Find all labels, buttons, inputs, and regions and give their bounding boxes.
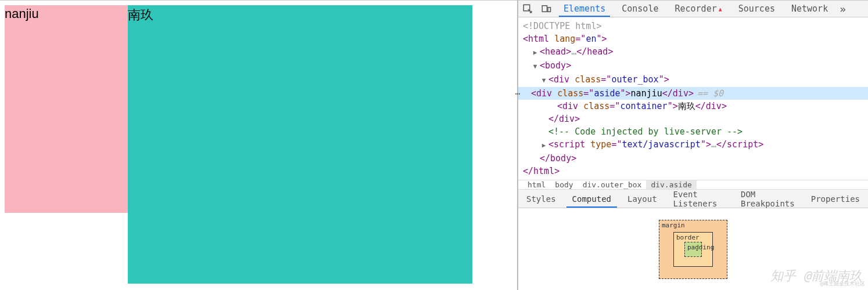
devtools-tabs: Elements Console Recorder▲ Sources Netwo… xyxy=(555,1,849,17)
inspect-icon[interactable] xyxy=(519,1,536,17)
dom-line[interactable]: </body> xyxy=(523,152,863,165)
breadcrumb: html body div.outer_box div.aside xyxy=(518,180,868,190)
dom-line[interactable]: ▼<body> xyxy=(523,59,863,73)
tab-network[interactable]: Network xyxy=(783,1,836,17)
devtools-panel: Elements Console Recorder▲ Sources Netwo… xyxy=(517,0,868,290)
styles-tab-dom-breakpoints[interactable]: DOM Breakpoints xyxy=(733,190,803,208)
dom-line[interactable]: ▶<head>…</head> xyxy=(523,45,863,59)
styles-tab-properties[interactable]: Properties xyxy=(803,190,868,208)
dom-line[interactable]: <div class="container">南玖</div> xyxy=(523,100,863,113)
crumb-body[interactable]: body xyxy=(550,180,578,189)
crumb-html[interactable]: html xyxy=(523,180,550,189)
dom-tree[interactable]: <!DOCTYPE html> <html lang="en"> ▶<head>… xyxy=(518,17,868,180)
tab-elements[interactable]: Elements xyxy=(555,1,614,17)
collapse-icon[interactable]: ▼ xyxy=(532,60,539,73)
tab-label: Recorder xyxy=(675,3,716,14)
dom-line[interactable]: </div> xyxy=(523,113,863,125)
expand-icon[interactable]: ▶ xyxy=(532,46,539,59)
svg-rect-2 xyxy=(548,8,551,12)
tabs-overflow-icon[interactable]: » xyxy=(836,1,849,17)
crumb-aside[interactable]: div.aside xyxy=(646,180,696,189)
crumb-outer-box[interactable]: div.outer_box xyxy=(578,180,647,189)
dom-line[interactable]: ▶<script type="text/javascript">…</scrip… xyxy=(523,138,863,152)
devtools-toolbar: Elements Console Recorder▲ Sources Netwo… xyxy=(518,1,868,17)
margin-label: margin xyxy=(662,222,685,229)
svg-rect-1 xyxy=(542,6,547,12)
dom-line[interactable]: </html> xyxy=(523,165,863,177)
outer-box: nanjiu 南玖 xyxy=(0,1,517,288)
device-toggle-icon[interactable] xyxy=(538,1,554,17)
tab-recorder[interactable]: Recorder▲ xyxy=(666,1,730,17)
collapse-icon[interactable]: ▼ xyxy=(540,74,547,87)
dom-line-selected[interactable]: <div class="aside">nanjiu</div>== $0 xyxy=(518,87,868,100)
dom-line[interactable]: <!-- Code injected by live-server --> xyxy=(523,125,863,138)
box-model-area: margin border padding - 知乎 @前端南玖 @稀土掘金技术… xyxy=(518,208,868,290)
watermark-small: @稀土掘金技术社区 xyxy=(820,280,865,288)
doctype: <!DOCTYPE html> xyxy=(523,21,601,31)
padding-dash: - xyxy=(695,246,699,253)
styles-tab-layout[interactable]: Layout xyxy=(619,190,665,208)
recorder-indicator-icon: ▲ xyxy=(719,6,722,12)
tab-sources[interactable]: Sources xyxy=(730,1,783,17)
styles-tab-event-listeners[interactable]: Event Listeners xyxy=(665,190,733,208)
styles-tab-computed[interactable]: Computed xyxy=(564,190,619,208)
tab-console[interactable]: Console xyxy=(614,1,666,17)
watermark: 知乎 @前端南玖 xyxy=(770,267,863,285)
expand-icon[interactable]: ▶ xyxy=(540,139,547,152)
aside-box: nanjiu xyxy=(5,5,128,213)
border-label: border xyxy=(676,234,700,241)
dom-line[interactable]: <!DOCTYPE html> xyxy=(523,20,863,32)
box-model[interactable]: margin border padding - xyxy=(659,220,727,279)
dom-line[interactable]: <html lang="en"> xyxy=(523,32,863,45)
container-box: 南玖 xyxy=(128,5,472,284)
page-viewport: nanjiu 南玖 xyxy=(0,0,517,290)
padding-label: padding xyxy=(687,244,714,251)
styles-tabs: Styles Computed Layout Event Listeners D… xyxy=(518,190,868,208)
styles-tab-styles[interactable]: Styles xyxy=(518,190,564,208)
dom-line[interactable]: ▼<div class="outer_box"> xyxy=(523,73,863,87)
